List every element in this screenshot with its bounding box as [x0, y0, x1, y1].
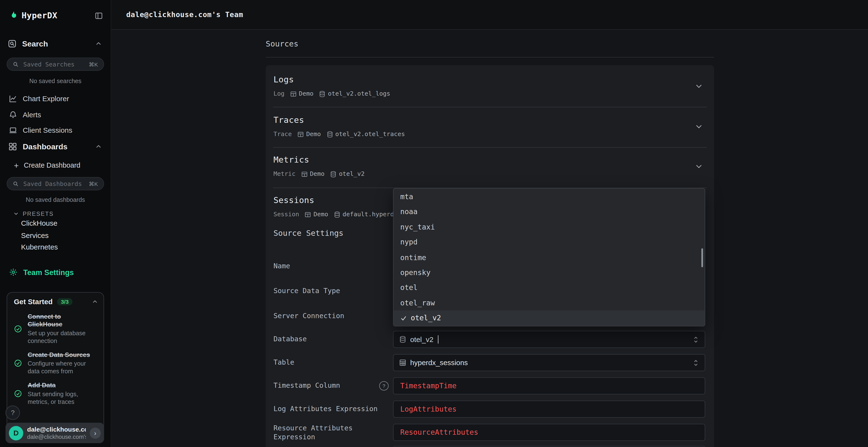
dropdown-option[interactable]: mta: [394, 189, 705, 204]
get-started-item[interactable]: Create Data Sources Configure where your…: [14, 351, 100, 375]
database-dropdown-menu: mta noaa nyc_taxi nypd ontime opensky ot…: [393, 188, 705, 326]
preset-kubernetes[interactable]: Kubernetes: [21, 243, 58, 251]
preset-services[interactable]: Services: [21, 231, 49, 239]
sidebar-item-chart-explorer[interactable]: Chart Explorer: [0, 92, 111, 105]
chevron-down-icon: [13, 211, 19, 216]
sidebar-section-dashboards[interactable]: Dashboards: [0, 139, 111, 154]
database-icon: [334, 211, 340, 218]
connection-chip: Demo: [305, 211, 329, 218]
expand-metrics-chevron-down-icon[interactable]: [695, 162, 703, 170]
database-icon: [330, 171, 337, 177]
source-meta-metrics: Metric Demo otel_v2: [273, 170, 365, 177]
database-select[interactable]: otel_v2: [393, 331, 705, 348]
team-title: dale@clickhouse.com's Team: [126, 10, 243, 19]
timestamp-column-input[interactable]: [393, 377, 705, 394]
search-icon: [13, 181, 19, 187]
chevron-right-icon[interactable]: ›: [90, 427, 101, 438]
target-chip: otel_v2.otel_traces: [327, 131, 405, 138]
chevron-up-icon[interactable]: [95, 143, 102, 150]
dropdown-option[interactable]: nyc_taxi: [394, 219, 705, 235]
name-label: Name: [273, 262, 388, 271]
log-attributes-input[interactable]: [393, 401, 705, 418]
connection-chip: Demo: [301, 170, 324, 177]
user-org: dale@clickhouse.com's: [27, 433, 86, 441]
source-settings-title: Source Settings: [273, 229, 343, 238]
sidebar-item-client-sessions[interactable]: Client Sessions: [0, 123, 111, 137]
source-type: Metric: [273, 170, 296, 177]
get-started-item[interactable]: Add Data Start sending logs, metrics, or…: [14, 381, 100, 406]
create-dashboard-button[interactable]: Create Dashboard: [0, 160, 111, 172]
chart-line-icon: [9, 94, 17, 103]
dropdown-option[interactable]: otel_raw: [394, 295, 705, 310]
no-saved-searches-text: No saved searches: [0, 77, 111, 84]
chevron-up-icon[interactable]: [95, 40, 102, 47]
expand-traces-chevron-down-icon[interactable]: [695, 122, 703, 131]
help-button[interactable]: ?: [5, 406, 20, 420]
source-meta-logs: Log Demo otel_v2.otel_logs: [273, 90, 390, 97]
database-icon: [319, 91, 326, 97]
expand-logs-chevron-down-icon[interactable]: [695, 82, 703, 90]
page-title: Sources: [266, 39, 298, 48]
select-chevrons-icon[interactable]: [692, 336, 699, 343]
target-chip: otel_v2: [330, 170, 365, 177]
sidebar-item-alerts[interactable]: Alerts: [0, 108, 111, 121]
create-dashboard-label: Create Dashboard: [24, 162, 81, 169]
server-connection-label: Server Connection: [273, 311, 388, 320]
source-data-type-label: Source Data Type: [273, 286, 388, 296]
database-icon: [327, 131, 333, 138]
timestamp-help-icon[interactable]: ?: [379, 381, 389, 391]
preset-clickhouse[interactable]: ClickHouse: [21, 219, 57, 227]
get-started-item-desc: Configure where your data comes from: [28, 359, 95, 375]
dropdown-option[interactable]: opensky: [394, 265, 705, 280]
dropdown-option-selected[interactable]: otel_v2: [394, 310, 705, 325]
app-root: HyperDX Search ⌘K No saved searches: [0, 0, 868, 447]
search-section-icon: [8, 39, 17, 48]
user-menu[interactable]: D dale@clickhouse.com dale@clickhouse.co…: [5, 423, 104, 443]
chevron-up-icon[interactable]: [92, 299, 98, 305]
dashboards-section-label: Dashboards: [23, 142, 67, 151]
sidebar-item-team-settings[interactable]: Team Settings: [0, 265, 111, 279]
connection-chip: Demo: [297, 131, 321, 138]
dropdown-option[interactable]: nypd: [394, 235, 705, 250]
bell-icon: [9, 110, 17, 118]
dropdown-option[interactable]: otel: [394, 280, 705, 295]
app-title: HyperDX: [22, 10, 57, 21]
get-started-title: Get Started: [14, 298, 53, 306]
table-select[interactable]: hyperdx_sessions: [393, 354, 705, 371]
saved-searches-input[interactable]: ⌘K: [7, 58, 104, 71]
saved-dashboards-input[interactable]: ⌘K: [7, 177, 104, 190]
laptop-icon: [9, 126, 17, 134]
saved-dashboards-field[interactable]: [22, 179, 85, 187]
resource-attributes-input[interactable]: [393, 424, 705, 441]
dropdown-option[interactable]: ontime: [394, 250, 705, 265]
table-value: hyperdx_sessions: [410, 358, 468, 367]
get-started-items: Connect to ClickHouse Set up your databa…: [14, 313, 100, 412]
get-started-progress-badge: 3/3: [57, 298, 72, 305]
sidebar-collapse-icon[interactable]: [95, 11, 103, 20]
top-header: dale@clickhouse.com's Team: [111, 0, 868, 30]
dropdown-option[interactable]: noaa: [394, 204, 705, 219]
resource-attributes-label: Resource Attributes Expression: [273, 424, 388, 442]
chart-explorer-label: Chart Explorer: [23, 94, 69, 103]
sidebar-section-search[interactable]: Search: [0, 37, 111, 51]
log-attributes-field[interactable]: [399, 404, 699, 414]
saved-searches-field[interactable]: [22, 60, 85, 68]
resource-attributes-field[interactable]: [399, 428, 699, 437]
source-meta-traces: Trace Demo otel_v2.otel_traces: [273, 131, 405, 138]
source-title-logs: Logs: [273, 75, 294, 84]
dropdown-scrollbar[interactable]: [702, 248, 703, 267]
timestamp-column-field[interactable]: [399, 381, 699, 391]
log-attributes-label: Log Attributes Expression: [273, 404, 388, 413]
user-name: dale@clickhouse.com: [27, 425, 86, 433]
next-field-partial[interactable]: [393, 446, 705, 447]
team-settings-label: Team Settings: [23, 268, 74, 276]
get-started-header[interactable]: Get Started 3/3: [14, 298, 98, 306]
presets-toggle[interactable]: PRESETS: [0, 209, 111, 218]
search-section-label: Search: [22, 39, 48, 48]
table-icon: [305, 211, 311, 218]
table-grid-icon: [399, 359, 406, 366]
select-chevrons-icon[interactable]: [692, 359, 699, 367]
table-label: Table: [273, 358, 388, 367]
get-started-item[interactable]: Connect to ClickHouse Set up your databa…: [14, 313, 100, 345]
source-title-sessions: Sessions: [273, 195, 314, 205]
